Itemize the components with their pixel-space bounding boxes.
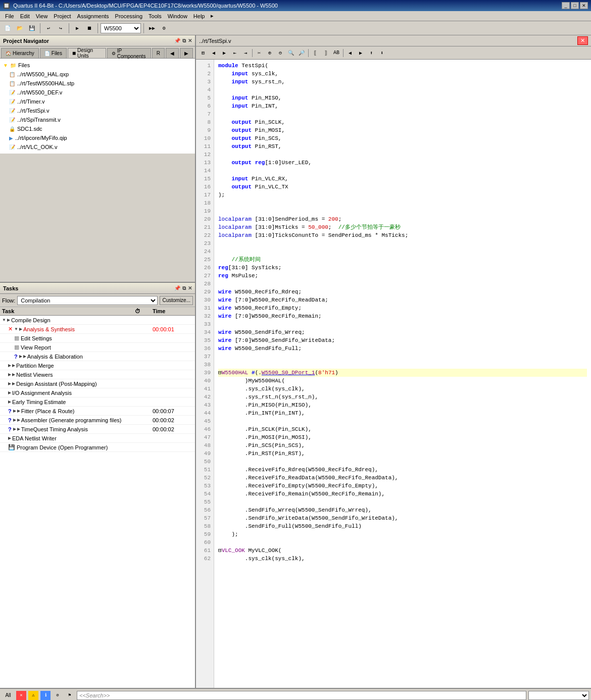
ed-btn-14[interactable]: ◀ (345, 48, 355, 58)
ed-btn-16[interactable]: ⬆ (366, 48, 376, 58)
msg-all-btn[interactable]: All (2, 691, 14, 700)
msg-suppress-btn[interactable]: ⊘ (53, 691, 63, 700)
ed-btn-13[interactable]: AB (331, 48, 341, 58)
msg-flag-icon[interactable]: ⚑ (65, 691, 75, 700)
flow-combo[interactable]: Compilation (17, 296, 158, 305)
task-row[interactable]: ▶ ▶ Netlist Viewers (0, 370, 195, 379)
task-row[interactable]: ▶ ▶ Design Assistant (Post-Mapping) (0, 379, 195, 388)
task-row[interactable]: ▩ Edit Settings (0, 334, 195, 343)
task-row[interactable]: ▶ Early Timing Estimate (0, 397, 195, 407)
close-btn[interactable]: ✕ (580, 2, 588, 9)
tab-hierarchy[interactable]: 🏠 Hierarchy (1, 48, 39, 58)
tab-r[interactable]: R (152, 48, 165, 58)
list-item[interactable]: 📝 ../rt/TestSpi.v (8, 106, 193, 115)
tasks-close-icon[interactable]: ✕ (188, 285, 192, 291)
code-area[interactable]: module TestSpi( input sys_clk, input sys… (214, 60, 591, 688)
menu-help[interactable]: Help (190, 13, 208, 20)
task-row[interactable]: ? ▶ ▶ Assembler (Generate programming fi… (0, 416, 195, 425)
ed-btn-11[interactable]: ⟦ (310, 48, 320, 58)
menu-processing[interactable]: Processing (112, 13, 145, 20)
task-row[interactable]: ? ▶ ▶ Analysis & Elaboration (0, 352, 195, 361)
tasks-pin-icon[interactable]: 📌 (174, 285, 180, 291)
ed-btn-7[interactable]: ⊕ (265, 48, 275, 58)
ed-btn-10[interactable]: 🔎 (297, 48, 307, 58)
menu-project[interactable]: Project (51, 13, 74, 20)
save-btn[interactable]: 💾 (26, 23, 37, 34)
ed-btn-5[interactable]: ⇥ (240, 48, 251, 58)
task-row[interactable]: ? ▶ ▶ Fitter (Place & Route) 00:00:07 (0, 407, 195, 416)
run-btn[interactable]: ▶▶ (146, 23, 158, 34)
menu-file[interactable]: File (2, 13, 17, 20)
menu-assignments[interactable]: Assignments (74, 13, 112, 20)
compile-btn[interactable]: ▶ (72, 23, 83, 34)
message-filter-select[interactable] (528, 691, 589, 700)
task-row[interactable]: ? ▶ ▶ TimeQuest Timing Analysis 00:00:02 (0, 425, 195, 434)
list-item[interactable]: 📋 ../rt/W5500_HAL.qxp (8, 70, 193, 79)
nav-close-icon[interactable]: ✕ (188, 38, 192, 44)
task-row[interactable]: ▶ I/O Assignment Analysis (0, 388, 195, 397)
editor-close-icon[interactable]: ✕ (577, 36, 588, 45)
msg-info-btn[interactable]: ℹ (40, 691, 51, 700)
task-row[interactable]: ▶ ▶ Partition Merge (0, 361, 195, 370)
tab-arrow-left[interactable]: ◀ (166, 48, 179, 58)
code-line: wire [7:0]W5500_RecFifo_ReadData; (218, 296, 587, 304)
task-label: Compile Design (11, 317, 51, 323)
undo-btn[interactable]: ↩ (43, 23, 54, 34)
ed-btn-8[interactable]: ⊖ (275, 48, 285, 58)
list-item[interactable]: 📝 ../rt/Timer.v (8, 97, 193, 106)
redo-btn[interactable]: ↪ (55, 23, 66, 34)
ed-btn-3[interactable]: ▶ (219, 48, 229, 58)
menu-window[interactable]: Window (165, 13, 190, 20)
menu-view[interactable]: View (33, 13, 51, 20)
list-item[interactable]: 📝 ../rt/VLC_OOK.v (8, 142, 193, 152)
customize-btn[interactable]: Customize... (160, 296, 193, 305)
open-btn[interactable]: 📂 (14, 23, 25, 34)
msg-warn-btn[interactable]: ⚠ (28, 691, 38, 700)
list-item[interactable]: 📝 ../rt/SpiTransmit.v (8, 115, 193, 124)
ed-btn-4[interactable]: ⇤ (230, 48, 240, 58)
settings-btn[interactable]: ⚙ (159, 23, 170, 34)
menu-edit[interactable]: Edit (17, 13, 33, 20)
ed-btn-17[interactable]: ⬇ (377, 48, 387, 58)
task-row[interactable]: ✕ ▼ ▶ Analysis & Synthesis 00:00:01 (0, 325, 195, 334)
sdc-icon: 🔒 (9, 126, 15, 132)
tree-folder-files[interactable]: ▼ 📁 Files (2, 61, 193, 70)
tab-design-units[interactable]: ◼ Design Units (68, 48, 106, 58)
code-line (218, 498, 587, 506)
code-line: localparam [31:0]MsTicks = 50_000; //多少个… (218, 223, 587, 231)
maximize-btn[interactable]: □ (571, 2, 579, 9)
ed-btn-6[interactable]: ✂ (254, 48, 264, 58)
nav-pin-icon[interactable]: 📌 (174, 38, 180, 44)
list-item[interactable]: ▶ ../rt/ipcore/MyFifo.qip (8, 133, 193, 142)
tab-ip-components[interactable]: ⚙ IP Components (107, 48, 151, 58)
tasks-float-icon[interactable]: ⧉ (182, 285, 186, 291)
ed-btn-15[interactable]: ▶ (356, 48, 366, 58)
ed-btn-2[interactable]: ◀ (209, 48, 219, 58)
menu-tools[interactable]: Tools (145, 13, 165, 20)
task-row[interactable]: ▶ EDA Netlist Writer (0, 434, 195, 443)
msg-error-btn[interactable]: ✕ (16, 691, 26, 700)
code-line (218, 353, 587, 361)
new-btn[interactable]: 📄 (2, 23, 13, 34)
project-combo[interactable]: W5500 (101, 23, 141, 33)
task-row[interactable]: 💾 Program Device (Open Programmer) (0, 443, 195, 452)
file-icon-2: 📋 (9, 81, 15, 86)
nav-tabs: 🏠 Hierarchy 📄 Files ◼ Design Units ⚙ IP … (0, 46, 195, 59)
stop-btn[interactable]: ⏹ (84, 23, 95, 34)
code-line (218, 417, 587, 425)
menu-about-icon[interactable]: ▸ (208, 12, 217, 20)
list-item[interactable]: 🔒 SDC1.sdc (8, 124, 193, 133)
list-item[interactable]: 📋 ../rt/TestW5500HAL.stp (8, 79, 193, 88)
ed-btn-12[interactable]: ⟧ (321, 48, 331, 58)
ed-btn-1[interactable]: ⊞ (198, 48, 208, 58)
nav-float-icon[interactable]: ⧉ (182, 38, 186, 44)
task-row[interactable]: ▼ ▶ Compile Design (0, 316, 195, 325)
tab-arrow-right[interactable]: ▶ (180, 48, 193, 58)
message-search-input[interactable] (77, 691, 526, 700)
ed-btn-9[interactable]: 🔍 (286, 48, 296, 58)
tab-files[interactable]: 📄 Files (40, 48, 67, 58)
expand-icon-2: ▼ (14, 327, 18, 331)
minimize-btn[interactable]: _ (562, 2, 570, 9)
task-row[interactable]: ▩ View Report (0, 343, 195, 352)
list-item[interactable]: 📝 ../rt/W5500_DEF.v (8, 88, 193, 97)
